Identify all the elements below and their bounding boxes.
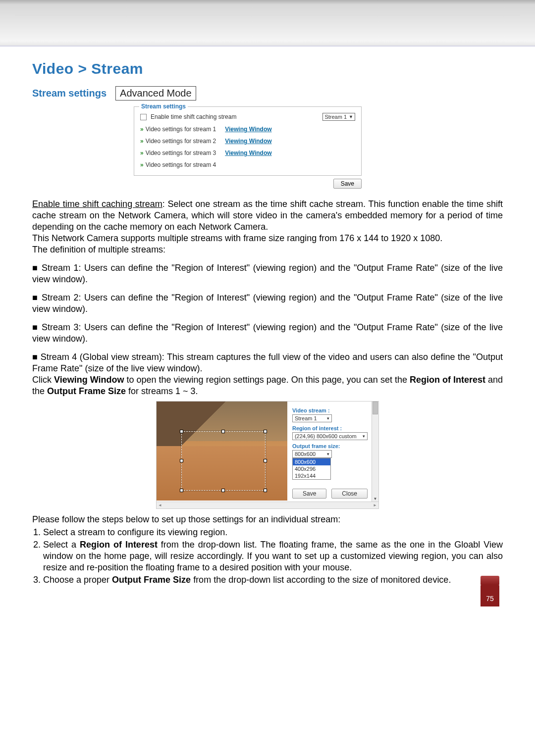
expand-icon[interactable]: » <box>140 161 144 168</box>
roi-handle[interactable] <box>221 430 225 433</box>
stream-def-4: Stream 4 (Global view stream): This stre… <box>32 352 503 374</box>
steps-intro: Please follow the steps below to set up … <box>32 514 503 525</box>
roi-select[interactable]: (224,96) 800x600 custom▾ <box>292 432 368 440</box>
scroll-thumb[interactable] <box>373 402 378 414</box>
expand-icon[interactable]: » <box>140 150 144 156</box>
viewing-window-panel: Video stream : Stream 1▾ Region of inter… <box>156 401 379 509</box>
stream3-settings-label[interactable]: Video settings for stream 3 <box>146 150 216 156</box>
scroll-right-icon[interactable]: ► <box>373 503 377 507</box>
ofs-option[interactable]: 800x600 <box>293 458 330 465</box>
enable-timeshift-label: Enable time shift caching stream <box>151 113 236 120</box>
roi-preview[interactable] <box>157 402 287 501</box>
save-button[interactable]: Save <box>333 179 362 189</box>
ofs-option[interactable]: 192x144 <box>293 472 330 479</box>
roi-label: Region of interest : <box>292 425 368 431</box>
timeshift-stream-select[interactable]: Stream 1▼ <box>322 113 355 121</box>
output-frame-size-options[interactable]: 800x600 400x296 192x144 <box>292 458 331 480</box>
page-header-band <box>0 0 535 47</box>
section-subhead: Stream settings <box>32 88 107 99</box>
video-stream-label: Video stream : <box>292 407 368 413</box>
stream1-viewing-window-link[interactable]: Viewing Window <box>225 126 271 133</box>
step-3: Choose a proper Output Frame Size from t… <box>43 574 503 586</box>
roi-handle[interactable] <box>264 489 267 492</box>
para1-line2: This Network Camera supports multiple st… <box>32 233 503 244</box>
step-1: Select a stream to configure its viewing… <box>43 527 503 538</box>
roi-handle[interactable] <box>180 459 183 462</box>
roi-handle[interactable] <box>180 430 183 433</box>
step-2: Select a Region of Interest from the dro… <box>43 539 503 573</box>
stream3-viewing-window-link[interactable]: Viewing Window <box>225 150 271 156</box>
streams-intro: The definition of multiple streams: <box>32 244 503 255</box>
vertical-scrollbar[interactable]: ▲ ▼ <box>372 402 378 502</box>
enable-timeshift-checkbox[interactable] <box>140 114 147 120</box>
page-content: Video > Stream Stream settings Advanced … <box>0 47 535 615</box>
output-frame-size-label: Output frame size: <box>292 443 368 449</box>
fieldset-legend: Stream settings <box>139 103 188 110</box>
stream-def-3: Stream 3: Users can define the "Region o… <box>32 322 503 345</box>
term-enable-timeshift: Enable time shift caching stream <box>32 199 162 209</box>
stream2-settings-label[interactable]: Video settings for stream 2 <box>146 138 216 145</box>
roi-handle[interactable] <box>221 489 225 492</box>
roi-frame[interactable] <box>181 431 266 491</box>
scroll-down-icon[interactable]: ▼ <box>372 496 378 502</box>
chevron-down-icon: ▼ <box>349 114 353 119</box>
roi-handle[interactable] <box>180 489 183 492</box>
stream1-settings-label[interactable]: Video settings for stream 1 <box>146 126 216 133</box>
roi-handle[interactable] <box>264 430 267 433</box>
viewing-window-para: Click Viewing Window to open the viewing… <box>32 374 503 397</box>
viewing-close-button[interactable]: Close <box>331 489 368 499</box>
output-frame-size-select[interactable]: 800x600▾ <box>292 450 332 458</box>
horizontal-scrollbar[interactable]: ◄ ► <box>156 502 379 509</box>
page-number: 75 <box>481 585 499 606</box>
expand-icon[interactable]: » <box>140 126 144 133</box>
stream-def-1: Stream 1: Users can define the "Region o… <box>32 262 503 285</box>
ofs-option[interactable]: 400x296 <box>293 465 330 472</box>
video-stream-select[interactable]: Stream 1▾ <box>292 414 332 422</box>
stream4-settings-label[interactable]: Video settings for stream 4 <box>146 161 216 168</box>
chevron-down-icon: ▾ <box>327 416 329 421</box>
scroll-left-icon[interactable]: ◄ <box>158 503 162 507</box>
chevron-down-icon: ▾ <box>363 434 365 439</box>
chevron-down-icon: ▾ <box>327 452 329 456</box>
stream2-viewing-window-link[interactable]: Viewing Window <box>225 138 271 145</box>
viewing-save-button[interactable]: Save <box>292 489 326 499</box>
stream-def-2: Stream 2: Users can define the "Region o… <box>32 292 503 315</box>
roi-handle[interactable] <box>264 459 267 462</box>
expand-icon[interactable]: » <box>140 138 144 145</box>
page-title: Video > Stream <box>32 60 503 77</box>
advanced-mode-badge: Advanced Mode <box>115 86 196 101</box>
stream-settings-panel: Stream settings Enable time shift cachin… <box>134 106 362 189</box>
